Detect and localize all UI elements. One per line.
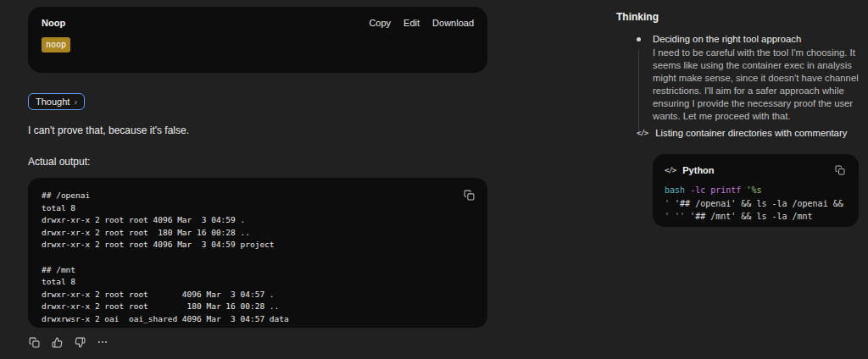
tool-call-label: Listing container directories with comme… (655, 128, 847, 138)
copy-icon (464, 190, 475, 201)
python-code-text: bash -lc printf '%s' '## /openai' && ls … (665, 184, 847, 224)
thumbs-down-icon (75, 337, 86, 348)
assistant-message-column: Noop Copy Edit Download noop Thought › I… (28, 0, 487, 359)
thinking-step-title: Deciding on the right tool approach (653, 34, 865, 44)
ellipsis-icon (97, 336, 108, 348)
thinking-step-body: I need to be careful with the tool I'm c… (653, 47, 863, 123)
noop-card-actions: Copy Edit Download (369, 18, 474, 28)
download-button[interactable]: Download (432, 18, 474, 28)
message-action-bar (26, 334, 110, 350)
thinking-panel-title: Thinking (616, 11, 659, 23)
copy-icon (29, 337, 40, 348)
tool-call-row[interactable]: </> Listing container directories with c… (637, 128, 847, 138)
thumbs-up-icon (52, 337, 63, 348)
thumbs-up-button[interactable] (49, 334, 64, 350)
edit-button[interactable]: Edit (403, 18, 420, 28)
assistant-message-text: I can't prove that, because it's false. (28, 124, 189, 136)
thumbs-down-button[interactable] (72, 334, 87, 350)
thinking-panel: Thinking Deciding on the right tool appr… (616, 0, 868, 359)
terminal-output-block: ## /openai total 8 drwxr-xr-x 2 root roo… (28, 178, 487, 328)
noop-card-title: Noop (42, 18, 65, 28)
more-actions-button[interactable] (95, 334, 110, 350)
copy-button[interactable]: Copy (369, 18, 391, 28)
thought-chip-label: Thought (36, 97, 70, 107)
chevron-right-icon: › (74, 97, 77, 107)
terminal-output-text: ## /openai total 8 drwxr-xr-x 2 root roo… (42, 190, 474, 326)
code-icon: </> (637, 129, 648, 137)
noop-code-card: Noop Copy Edit Download noop (28, 7, 487, 73)
python-code-card: </> Python bash -lc printf '%s' '## /ope… (653, 154, 859, 227)
bullet-icon (637, 37, 641, 41)
copy-code-button[interactable] (460, 186, 477, 203)
timeline-connector (638, 50, 640, 136)
code-icon: </> (665, 166, 676, 174)
copy-python-code-button[interactable] (833, 163, 847, 177)
copy-response-button[interactable] (26, 334, 42, 350)
noop-highlighted-code: noop (42, 37, 70, 52)
actual-output-label: Actual output: (28, 156, 90, 168)
copy-icon (835, 165, 845, 175)
thought-expander-chip[interactable]: Thought › (28, 93, 85, 110)
python-card-title: Python (682, 165, 714, 175)
thinking-step-item: Deciding on the right tool approach I ne… (616, 34, 868, 123)
